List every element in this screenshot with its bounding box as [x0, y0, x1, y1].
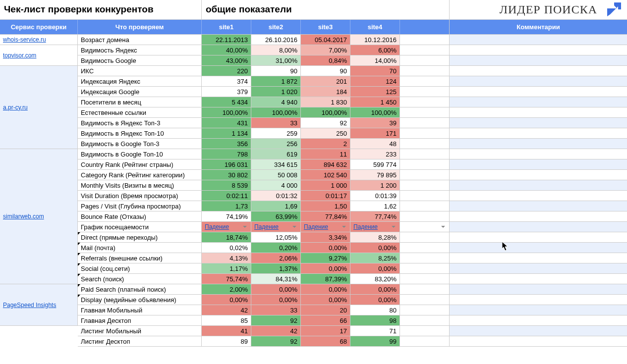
data-cell[interactable]: 98 [350, 315, 400, 325]
data-cell[interactable]: Падение [350, 222, 400, 232]
comment-cell[interactable] [450, 45, 627, 55]
data-cell[interactable]: 0,02% [202, 243, 251, 253]
comment-cell[interactable] [450, 263, 627, 274]
header-site3[interactable]: site3 [301, 20, 350, 34]
data-cell[interactable]: 233 [350, 149, 400, 159]
comment-cell[interactable] [450, 243, 627, 253]
data-cell[interactable]: 201 [301, 76, 350, 86]
data-cell[interactable]: 90 [301, 66, 350, 76]
comment-cell[interactable] [450, 170, 627, 180]
data-cell[interactable]: 4,13% [202, 253, 251, 263]
data-cell[interactable]: 171 [350, 128, 400, 138]
data-cell[interactable]: 39 [350, 118, 400, 128]
data-cell[interactable]: 1 872 [251, 76, 301, 86]
data-cell[interactable]: 10.12.2016 [350, 35, 400, 45]
data-cell[interactable]: 250 [301, 128, 350, 138]
data-cell[interactable]: 0,00% [251, 295, 301, 305]
data-cell[interactable]: 798 [202, 149, 251, 159]
comment-cell[interactable] [450, 211, 627, 222]
param-cell[interactable]: Посетители в месяц [78, 97, 202, 107]
service-whoisserviceru[interactable]: whois-service.ru [0, 35, 78, 45]
data-cell[interactable]: 5 434 [202, 97, 251, 107]
data-cell[interactable]: 0,00% [251, 284, 301, 294]
data-cell[interactable]: 0,20% [251, 243, 301, 253]
data-cell[interactable]: 85 [202, 315, 251, 325]
data-cell[interactable]: 05.04.2017 [301, 35, 350, 45]
data-cell[interactable]: 8,28% [350, 232, 400, 242]
data-cell[interactable]: 99 [350, 336, 400, 346]
data-cell[interactable]: Падение [202, 222, 251, 232]
data-cell[interactable]: 74,19% [202, 211, 251, 221]
data-cell[interactable]: 30 802 [202, 170, 251, 180]
data-cell[interactable]: 1 020 [251, 87, 301, 97]
data-cell[interactable]: Падение [301, 222, 350, 232]
data-cell[interactable]: 42 [202, 305, 251, 315]
data-cell[interactable]: 1,69 [251, 201, 301, 211]
data-cell[interactable]: 0,00% [301, 295, 350, 305]
param-cell[interactable]: Bounce Rate (Отказы) [78, 211, 202, 222]
data-cell[interactable]: 0,00% [350, 284, 400, 294]
data-cell[interactable]: 0,00% [202, 295, 251, 305]
data-cell[interactable]: 83,20% [350, 274, 400, 284]
data-cell[interactable]: 42 [251, 326, 301, 336]
service-topvisorcom[interactable]: topvisor.com [0, 45, 78, 66]
param-cell[interactable]: Индексация Google [78, 87, 202, 97]
data-cell[interactable]: 0,00% [350, 263, 400, 273]
data-cell[interactable]: 31,00% [251, 55, 301, 65]
service-PageSpeedInsights[interactable]: PageSpeed Insights [0, 284, 78, 326]
comment-cell[interactable] [450, 55, 627, 66]
data-cell[interactable]: 26.10.2016 [251, 35, 301, 45]
param-cell[interactable]: Pages / Visit (Глубина просмотра) [78, 201, 202, 211]
comment-cell[interactable] [450, 107, 627, 118]
data-cell[interactable]: 374 [202, 76, 251, 86]
data-cell[interactable]: 12,05% [251, 232, 301, 242]
data-cell[interactable]: 20 [301, 305, 350, 315]
comment-cell[interactable] [450, 66, 627, 76]
param-cell[interactable]: Видимость в Яндекс Топ-3 [78, 118, 202, 128]
param-cell[interactable]: Видимость в Яндекс Топ-10 [78, 128, 202, 139]
data-cell[interactable]: 1,62 [350, 201, 400, 211]
data-cell[interactable]: 8,25% [350, 253, 400, 263]
comment-cell[interactable] [450, 191, 627, 201]
data-cell[interactable]: 184 [301, 87, 350, 97]
data-cell[interactable]: 599 774 [350, 159, 400, 169]
data-cell[interactable]: 4 940 [251, 97, 301, 107]
data-cell[interactable]: 92 [251, 315, 301, 325]
param-cell[interactable]: Social (соц.сети) [78, 263, 202, 274]
param-cell[interactable]: Monthly Visits (Визиты в месяц) [78, 180, 202, 191]
param-cell[interactable]: Category Rank (Рейтинг категории) [78, 170, 202, 180]
data-cell[interactable]: 3,34% [301, 232, 350, 242]
data-cell[interactable]: 4 000 [251, 180, 301, 190]
data-cell[interactable]: 89 [202, 336, 251, 346]
comment-cell[interactable] [450, 336, 627, 347]
param-cell[interactable]: Search (поиск) [78, 274, 202, 284]
data-cell[interactable]: 0,00% [350, 295, 400, 305]
data-cell[interactable]: 80 [350, 305, 400, 315]
comment-cell[interactable] [450, 305, 627, 315]
data-cell[interactable]: 92 [251, 336, 301, 346]
comment-cell[interactable] [450, 139, 627, 149]
data-cell[interactable]: 102 540 [301, 170, 350, 180]
data-cell[interactable]: 33 [251, 118, 301, 128]
param-cell[interactable]: Country Rank (Рейтинг страны) [78, 159, 202, 170]
data-cell[interactable]: 0,00% [350, 243, 400, 253]
param-cell[interactable]: Главная Десктоп [78, 315, 202, 326]
data-cell[interactable]: 1,50 [301, 201, 350, 211]
data-cell[interactable]: 92 [301, 118, 350, 128]
param-cell[interactable]: Display (медийные объявления) [78, 295, 202, 305]
comment-cell[interactable] [450, 326, 627, 336]
data-cell[interactable]: 22.11.2013 [202, 35, 251, 45]
data-cell[interactable]: 84,31% [251, 274, 301, 284]
param-cell[interactable]: Visit Duration (Время просмотра) [78, 191, 202, 201]
param-cell[interactable]: Видимость в Google Топ-3 [78, 139, 202, 149]
comment-cell[interactable] [450, 315, 627, 326]
comment-cell[interactable] [450, 180, 627, 191]
param-cell[interactable]: Возраст домена [78, 35, 202, 45]
data-cell[interactable]: 1,37% [251, 263, 301, 273]
data-cell[interactable]: 0,00% [301, 284, 350, 294]
data-cell[interactable]: 11 [301, 149, 350, 159]
data-cell[interactable]: 33 [251, 305, 301, 315]
data-cell[interactable]: 1 200 [350, 180, 400, 190]
data-cell[interactable]: 87,39% [301, 274, 350, 284]
data-cell[interactable]: 17 [301, 326, 350, 336]
